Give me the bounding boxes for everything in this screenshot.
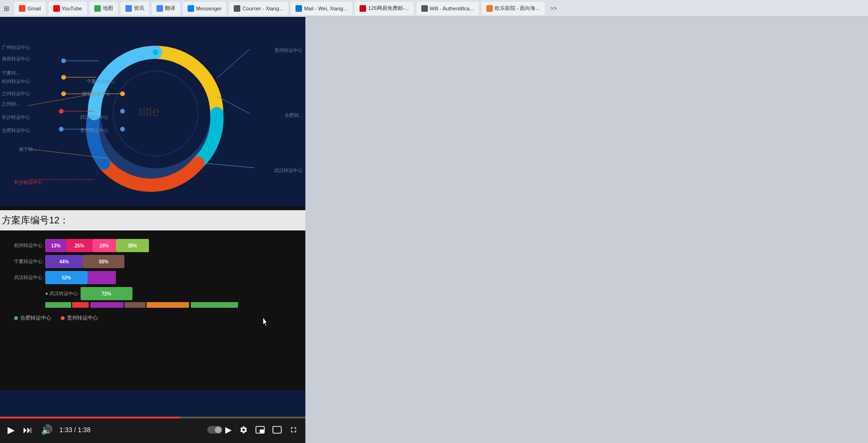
bar-seg-5: 44% — [45, 255, 83, 268]
bar-chart: 杭州转运中心 13% 25% 29% 38% 宁夏转运中心 44% 50% — [0, 235, 305, 312]
favicon-126mail — [360, 5, 366, 12]
green-bar-5 — [124, 302, 146, 308]
favicon-translate — [156, 5, 163, 12]
play-toggle-icon[interactable]: ▶ — [223, 423, 234, 437]
cast-toggle-knob — [215, 427, 221, 433]
theater-button[interactable] — [270, 424, 284, 435]
tab-translate-label: 翻译 — [165, 5, 175, 12]
bar-label-wuhan-chart: 武汉转运中心 — [9, 274, 42, 281]
tab-youtube[interactable]: YouTube — [49, 2, 87, 15]
favicon-wifi — [421, 5, 428, 12]
tab-courrier-label: Courrier - Xiang... — [242, 6, 283, 11]
bar-label-ningxia: 宁夏转运中心 — [9, 258, 42, 265]
bar-seg-7: 52% — [45, 271, 88, 284]
legend-wuhan: 武汉转运中心 — [80, 114, 108, 121]
settings-button[interactable] — [237, 424, 250, 436]
svg-rect-27 — [273, 427, 281, 433]
video-controls-bar[interactable]: ▶ ⏭ 🔊 1:33 / 1:38 ▶ — [0, 417, 305, 443]
tab-courrier[interactable]: Courrier - Xiang... — [229, 2, 288, 15]
legend-hangzhou: 杭州转运中心 — [2, 78, 30, 85]
section-label: 方案库编号12： — [0, 210, 305, 230]
bar-seg-3: 29% — [92, 239, 116, 252]
favicon-mail — [295, 5, 302, 12]
legend-nanchang: 南昌转运中心 — [2, 56, 115, 62]
right-panel — [305, 17, 868, 443]
tab-126mail-label: 126网易免费邮-... — [368, 5, 409, 12]
left-label-changsha: 长沙转运中心 — [14, 177, 42, 186]
right-label-guizhou: 贵州转运中心 — [274, 45, 303, 54]
wuhan-dot-label: ● 武汉转运中心 — [45, 290, 78, 297]
pip-button[interactable] — [254, 424, 267, 435]
green-bar-2 — [72, 302, 89, 308]
favicon-movie — [486, 5, 493, 12]
bar-seg-9: 72% — [81, 287, 132, 300]
svg-rect-26 — [260, 430, 263, 433]
legend-hefei: 合肥转运中心 — [2, 127, 30, 134]
time-current: 1:33 — [59, 426, 72, 434]
legend-ningxia: 宁夏转运中心 — [87, 78, 115, 85]
tab-messenger-label: Messenger — [196, 6, 221, 11]
viz-title: title — [139, 104, 160, 119]
progress-bar-container[interactable] — [0, 417, 305, 418]
svg-point-16 — [120, 127, 125, 131]
svg-point-23 — [153, 49, 158, 55]
progress-bar-fill — [0, 417, 180, 418]
favicon-youtube — [53, 5, 60, 12]
svg-point-24 — [212, 84, 217, 90]
main-layout: 广州转运中心 南昌转运中心 宁夏转... 杭州转运中心 宁夏转运中心 兰州转运中… — [0, 17, 868, 443]
network-visualization: 广州转运中心 南昌转运中心 宁夏转... 杭州转运中心 宁夏转运中心 兰州转运中… — [0, 17, 305, 210]
tab-126mail[interactable]: 126网易免费邮-... — [355, 2, 413, 15]
cast-controls: ▶ — [207, 423, 234, 437]
bar-seg-6: 50% — [83, 255, 124, 268]
tab-translate[interactable]: 翻译 — [152, 2, 180, 15]
legend-changsha: 长沙转运中心 — [2, 114, 30, 121]
favicon-messenger — [188, 5, 194, 12]
tab-wifi[interactable]: Wifi - Authentifica... — [417, 2, 479, 15]
tab-maps-label: 地图 — [103, 5, 113, 12]
tab-wifi-label: Wifi - Authentifica... — [430, 6, 474, 11]
controls-right: ▶ — [207, 423, 300, 437]
tab-movie-label: 欧乐影院 - 面向海... — [495, 5, 540, 12]
bar-seg-8 — [88, 271, 116, 284]
tab-news-label: 资讯 — [134, 5, 144, 12]
time-display: 1:33 / 1:38 — [59, 426, 90, 434]
browser-chrome: ⊞ Gmail YouTube 地图 资讯 翻译 Messenger Courr… — [0, 0, 868, 17]
tab-gmail[interactable]: Gmail — [14, 2, 46, 15]
tab-mail-label: Mail - Wei, Xiang... — [304, 6, 347, 11]
tab-gmail-label: Gmail — [27, 6, 41, 11]
favicon-news — [125, 5, 132, 12]
fullscreen-button[interactable] — [287, 424, 300, 436]
favicon-gmail — [19, 5, 25, 12]
play-button[interactable]: ▶ — [6, 422, 16, 437]
legend-nanning: 南宁转运中心 — [82, 90, 110, 97]
next-button[interactable]: ⏭ — [21, 423, 34, 437]
bottom-legend-guizhou: 贵州转运中心 — [61, 314, 98, 321]
time-separator: / — [72, 426, 78, 434]
right-label-hefei: 合肥转... — [285, 110, 303, 119]
green-bar-8 — [191, 302, 238, 308]
cast-toggle[interactable] — [207, 426, 222, 434]
green-bar-1 — [45, 302, 71, 308]
legend-guangzhou-top: 广州转运中心 — [2, 44, 115, 51]
legend-guizhou: 贵州转运中心 — [80, 127, 108, 134]
volume-button[interactable]: 🔊 — [39, 422, 55, 437]
tab-messenger[interactable]: Messenger — [183, 2, 226, 15]
favicon-maps — [94, 5, 101, 12]
legend-lanzhou: 兰州转运中心 — [2, 90, 30, 97]
green-bar-6 — [147, 302, 189, 308]
tab-youtube-label: YouTube — [62, 6, 82, 11]
tab-movie[interactable]: 欧乐影院 - 面向海... — [482, 2, 545, 15]
svg-point-13 — [120, 109, 125, 114]
right-label-wuhan: 武汉转运中心 — [274, 165, 303, 174]
tab-maps[interactable]: 地图 — [90, 2, 118, 15]
svg-point-10 — [120, 91, 125, 96]
bar-label-hangzhou: 杭州转运中心 — [9, 242, 42, 249]
video-player[interactable]: 广州转运中心 南昌转运中心 宁夏转... 杭州转运中心 宁夏转运中心 兰州转运中… — [0, 17, 305, 443]
app-grid-icon[interactable]: ⊞ — [4, 5, 9, 12]
bar-seg-4: 38% — [116, 239, 149, 252]
tab-news[interactable]: 资讯 — [121, 2, 149, 15]
more-tabs-button[interactable]: >> — [548, 5, 560, 12]
legend-ningxia-top: 宁夏转... — [2, 70, 115, 76]
green-bar-4 — [90, 302, 123, 308]
tab-mail[interactable]: Mail - Wei, Xiang... — [291, 2, 352, 15]
